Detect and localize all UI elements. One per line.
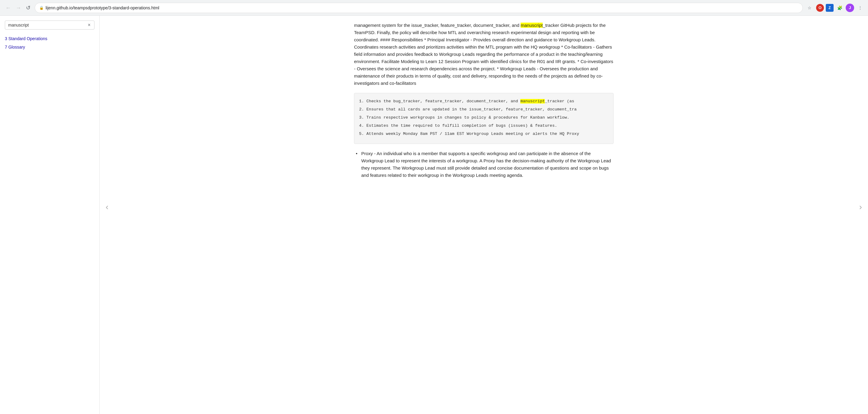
next-page-button[interactable]: › <box>856 199 865 215</box>
content-inner: management system for the issue_tracker,… <box>354 16 614 197</box>
sidebar: × 3 Standard Operations 7 Glossary <box>0 16 100 414</box>
extensions-button[interactable]: 🧩 <box>835 4 844 12</box>
highlight-manuscript-2: manuscript <box>520 99 545 103</box>
forward-button[interactable]: → <box>14 4 23 12</box>
bullet-item-1: Proxy - An individual who is a member th… <box>354 150 614 179</box>
url-text: lijenn.github.io/teampsdprototype/3-stan… <box>45 5 798 10</box>
browser-chrome: ← → ↺ 🔒 lijenn.github.io/teampsdprototyp… <box>0 0 868 16</box>
extension-icon-blue[interactable]: Z <box>826 4 834 12</box>
body-text-after-highlight: _tracker GitHub projects for the TeamPSD… <box>354 23 613 86</box>
sidebar-item-standard-operations[interactable]: 3 Standard Operations <box>0 34 99 43</box>
highlight-manuscript-1: manuscript <box>521 23 542 28</box>
code-item-1-after: _tracker (as <box>545 99 574 103</box>
body-paragraph: management system for the issue_tracker,… <box>354 22 614 87</box>
extension-icon-red[interactable]: O <box>816 4 824 12</box>
code-item-4: Estimates the time required to fulfill c… <box>366 123 607 129</box>
main-layout: × 3 Standard Operations 7 Glossary manag… <box>0 16 868 414</box>
bookmark-button[interactable]: ☆ <box>805 4 814 12</box>
code-list: Checks the bug_tracker, feature_tracker,… <box>366 98 607 137</box>
code-item-1: Checks the bug_tracker, feature_tracker,… <box>366 98 607 105</box>
menu-button[interactable]: ⋮ <box>856 4 864 12</box>
code-item-1-before: Checks the bug_tracker, feature_tracker,… <box>366 99 520 103</box>
search-input[interactable] <box>8 23 87 28</box>
avatar[interactable]: J <box>846 4 854 12</box>
code-item-3: Trains respective workgroups in changes … <box>366 114 607 121</box>
address-bar[interactable]: 🔒 lijenn.github.io/teampsdprototype/3-st… <box>35 3 803 13</box>
code-block: Checks the bug_tracker, feature_tracker,… <box>354 93 614 144</box>
toolbar-right: O Z 🧩 J ⋮ <box>816 4 864 12</box>
content-area: management system for the issue_tracker,… <box>100 16 868 414</box>
back-button[interactable]: ← <box>4 4 13 12</box>
code-item-2: Ensures that all cards are updated in th… <box>366 106 607 113</box>
code-item-5: Attends weekly Monday 8am PST / 11am EST… <box>366 131 607 137</box>
lock-icon: 🔒 <box>39 6 44 10</box>
search-box[interactable]: × <box>5 21 94 30</box>
nav-buttons: ← → ↺ <box>4 4 32 12</box>
prev-page-button[interactable]: ‹ <box>103 199 112 215</box>
search-clear-button[interactable]: × <box>87 23 91 28</box>
reload-button[interactable]: ↺ <box>24 4 32 12</box>
body-text-before-highlight: management system for the issue_tracker,… <box>354 23 521 28</box>
sidebar-item-glossary[interactable]: 7 Glossary <box>0 43 99 51</box>
bullet-list: Proxy - An individual who is a member th… <box>354 150 614 179</box>
